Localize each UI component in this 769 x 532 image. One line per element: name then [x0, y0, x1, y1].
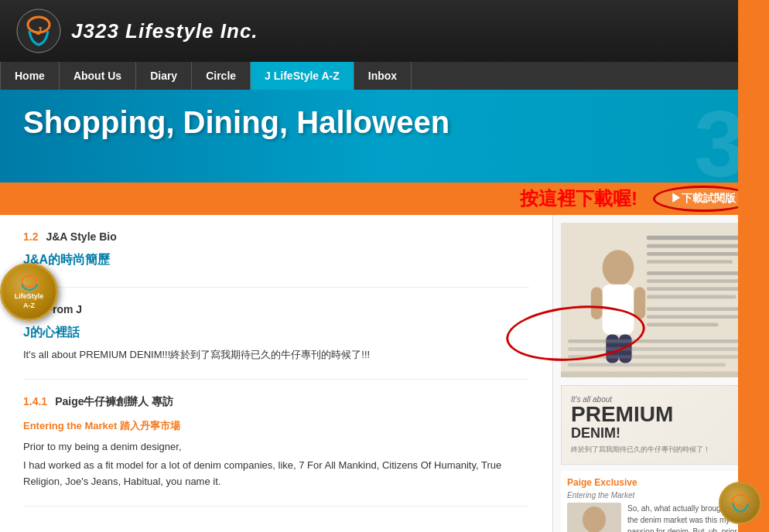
- svg-rect-12: [647, 244, 740, 248]
- denim-big-text: PREMIUM: [571, 404, 751, 425]
- svg-rect-8: [634, 287, 645, 319]
- svg-rect-25: [568, 363, 726, 367]
- navigation-bar: Home About Us Diary Circle J LifeStyle A…: [0, 62, 769, 90]
- svg-point-27: [583, 506, 606, 532]
- section-1-2-header: 1.2 J&A Style Bio: [23, 230, 529, 247]
- logo-container: J J323 Lifestyle Inc.: [15, 8, 258, 54]
- denim-card: It's all about PREMIUM DENIM! 終於到了寫我期待已久…: [561, 385, 761, 465]
- bottom-right-logo: [719, 482, 765, 528]
- section-1-2-title-en: J&A Style Bio: [46, 230, 116, 243]
- main-content: 1.2 J&A Style Bio J&A的時尚簡歷 1.3 From J J的…: [0, 215, 769, 532]
- section-1-4-1-number: 1.4.1: [23, 395, 47, 408]
- content-left: 1.2 J&A Style Bio J&A的時尚簡歷 1.3 From J J的…: [0, 215, 552, 532]
- content-right: It's all about PREMIUM DENIM! 終於到了寫我期待已久…: [552, 215, 769, 532]
- orange-side-tab: [738, 0, 769, 532]
- svg-rect-17: [647, 287, 743, 291]
- section-1-2-number: 1.2: [23, 230, 38, 243]
- sidebar-sticker[interactable]: LifeStyle A-Z: [0, 263, 62, 321]
- denim-caption: 終於到了寫我期待已久的牛仔專刊的時候了！: [571, 445, 751, 455]
- svg-rect-19: [647, 307, 747, 311]
- orange-bar: 按這裡下載喔! ▶下載試閱版: [0, 182, 769, 215]
- download-prompt-text: 按這裡下載喔!: [520, 186, 637, 211]
- svg-text:J: J: [36, 25, 43, 37]
- svg-rect-16: [647, 279, 740, 283]
- svg-rect-14: [647, 260, 733, 264]
- nav-circle[interactable]: Circle: [192, 62, 251, 90]
- section-1-3-body: It's all about PREMIUM DENIM!!!終於到了寫我期待已…: [23, 347, 529, 363]
- section-1-4-1-header: 1.4.1 Paige牛仔褲創辦人 專訪: [23, 395, 529, 414]
- svg-rect-23: [568, 347, 747, 351]
- sticker-circle: LifeStyle A-Z: [0, 263, 58, 321]
- svg-rect-21: [647, 323, 719, 327]
- section-1-3-header: 1.3 From J: [23, 303, 529, 320]
- denim-sub-text: DENIM!: [571, 425, 751, 442]
- svg-rect-20: [647, 315, 740, 319]
- right-top-image-area: [561, 223, 761, 377]
- section-1-2: 1.2 J&A Style Bio J&A的時尚簡歷: [23, 230, 529, 288]
- section-1-4-1-body1: Prior to my being a denim designer,: [23, 439, 529, 455]
- watermark-logo-circle: [719, 482, 761, 524]
- section-1-3: 1.3 From J J的心裡話 It's all about PREMIUM …: [23, 303, 529, 380]
- svg-point-3: [22, 276, 37, 287]
- sticker-text: LifeStyle A-Z: [15, 292, 44, 310]
- svg-rect-24: [568, 355, 750, 359]
- nav-about[interactable]: About Us: [60, 62, 136, 90]
- banner: Shopping, Dining, Halloween 3: [0, 90, 769, 182]
- section-1-3-title-cn: J的心裡話: [23, 325, 529, 341]
- svg-rect-18: [647, 295, 737, 299]
- svg-rect-6: [603, 285, 634, 335]
- section-1-4-1: 1.4.1 Paige牛仔褲創辦人 專訪 Entering the Market…: [23, 395, 529, 506]
- download-button-label[interactable]: ▶下載試閱版: [671, 192, 736, 206]
- svg-rect-11: [647, 236, 747, 240]
- nav-home[interactable]: Home: [0, 62, 60, 90]
- section-1-4-1-body2: I had worked as a fit model for a lot of…: [23, 458, 529, 490]
- svg-point-29: [733, 495, 748, 506]
- section-1-4-1-title-en: Paige牛仔褲創辦人 專訪: [55, 395, 173, 409]
- nav-lifestyle[interactable]: J LifeStyle A-Z: [251, 62, 354, 90]
- nav-diary[interactable]: Diary: [136, 62, 192, 90]
- nav-inbox[interactable]: Inbox: [354, 62, 412, 90]
- svg-rect-13: [647, 252, 743, 256]
- svg-point-5: [603, 250, 634, 285]
- banner-title: Shopping, Dining, Halloween: [23, 105, 746, 140]
- svg-rect-7: [591, 287, 603, 319]
- site-header: J J323 Lifestyle Inc.: [0, 0, 769, 62]
- section-1-4-1-sub: Entering the Market 踏入丹寧市場: [23, 418, 529, 435]
- section-1-2-title-cn: J&A的時尚簡歷: [23, 252, 529, 268]
- svg-rect-22: [568, 339, 754, 343]
- logo-icon: J: [15, 8, 62, 54]
- site-title: J323 Lifestyle Inc.: [71, 19, 258, 43]
- svg-rect-15: [647, 271, 747, 275]
